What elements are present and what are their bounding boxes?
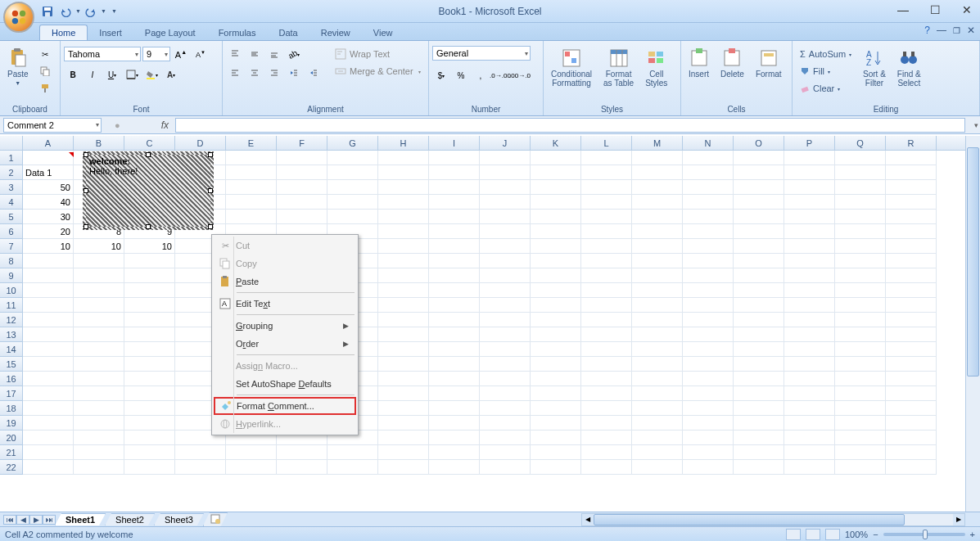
row-header[interactable]: 16 xyxy=(0,372,23,386)
cell[interactable] xyxy=(734,357,784,372)
cell[interactable] xyxy=(581,327,632,342)
cell[interactable] xyxy=(886,210,937,224)
cell[interactable] xyxy=(378,239,429,254)
row-header[interactable]: 12 xyxy=(0,313,23,327)
cell[interactable] xyxy=(581,210,632,224)
align-middle-button[interactable] xyxy=(246,46,264,62)
page-break-view-button[interactable] xyxy=(825,529,840,540)
cell[interactable] xyxy=(683,151,734,165)
cell[interactable] xyxy=(74,313,124,327)
column-header[interactable]: Q xyxy=(835,136,886,150)
number-format-combo[interactable]: General xyxy=(432,46,531,61)
page-layout-view-button[interactable] xyxy=(806,529,820,540)
row-header[interactable]: 18 xyxy=(0,401,23,416)
cell[interactable] xyxy=(124,298,175,313)
cell[interactable] xyxy=(683,298,734,313)
cell[interactable] xyxy=(124,327,175,342)
cell[interactable] xyxy=(429,431,480,445)
minimize-button[interactable]: — xyxy=(892,2,914,18)
cell[interactable] xyxy=(632,151,683,165)
merge-center-button[interactable]: Merge & Center▾ xyxy=(331,63,425,79)
cell[interactable] xyxy=(886,268,937,283)
cell[interactable] xyxy=(429,224,480,239)
cell[interactable] xyxy=(734,372,784,386)
cell[interactable] xyxy=(480,180,531,195)
cell[interactable] xyxy=(683,460,734,475)
cell[interactable] xyxy=(581,342,632,357)
cell[interactable] xyxy=(378,416,429,431)
row-header[interactable]: 22 xyxy=(0,460,23,475)
cell[interactable] xyxy=(277,180,327,195)
cell[interactable] xyxy=(429,357,480,372)
cell[interactable] xyxy=(581,224,632,239)
cell[interactable] xyxy=(581,386,632,401)
redo-dropdown-icon[interactable]: ▼ xyxy=(101,8,106,14)
comma-button[interactable]: , xyxy=(472,67,490,83)
row-header[interactable]: 9 xyxy=(0,268,23,283)
cell[interactable] xyxy=(74,401,124,416)
cell[interactable] xyxy=(429,254,480,268)
cell[interactable] xyxy=(531,431,581,445)
undo-dropdown-icon[interactable]: ▼ xyxy=(75,8,81,14)
cell[interactable] xyxy=(277,460,327,475)
cell[interactable] xyxy=(734,416,784,431)
sort-filter-button[interactable]: AZSort & Filter xyxy=(859,46,890,90)
cell[interactable] xyxy=(581,151,632,165)
cell[interactable] xyxy=(581,357,632,372)
currency-button[interactable]: $▾ xyxy=(432,67,450,83)
sheet-nav-next[interactable]: ▶ xyxy=(29,515,43,525)
cell[interactable] xyxy=(581,268,632,283)
column-header[interactable]: B xyxy=(74,136,124,150)
cell[interactable] xyxy=(480,386,531,401)
column-header[interactable]: N xyxy=(683,136,734,150)
cell[interactable] xyxy=(784,210,835,224)
cell[interactable] xyxy=(835,268,886,283)
cell[interactable] xyxy=(531,195,581,210)
cell[interactable] xyxy=(480,283,531,298)
cell[interactable] xyxy=(632,357,683,372)
italic-button[interactable]: I xyxy=(84,66,102,83)
cell[interactable] xyxy=(734,195,784,210)
cell[interactable] xyxy=(175,460,226,475)
align-left-button[interactable] xyxy=(226,65,244,81)
cell[interactable] xyxy=(886,298,937,313)
cell[interactable] xyxy=(429,195,480,210)
undo-button[interactable] xyxy=(57,3,74,20)
cell[interactable] xyxy=(581,401,632,416)
cell[interactable] xyxy=(683,357,734,372)
cell-styles-button[interactable]: Cell Styles xyxy=(641,46,671,90)
cell[interactable] xyxy=(581,372,632,386)
cell[interactable]: 30 xyxy=(23,210,74,224)
tab-home[interactable]: Home xyxy=(39,25,88,40)
cell[interactable] xyxy=(378,298,429,313)
cell[interactable] xyxy=(835,239,886,254)
cell[interactable] xyxy=(734,327,784,342)
cell[interactable] xyxy=(480,239,531,254)
cell[interactable] xyxy=(886,283,937,298)
column-header[interactable]: L xyxy=(581,136,632,150)
cell[interactable] xyxy=(124,431,175,445)
cell[interactable] xyxy=(429,445,480,460)
cell[interactable] xyxy=(429,460,480,475)
cell[interactable] xyxy=(886,460,937,475)
zoom-out-button[interactable]: − xyxy=(873,530,878,539)
cell[interactable] xyxy=(531,239,581,254)
cell[interactable] xyxy=(226,195,277,210)
cell[interactable] xyxy=(632,165,683,180)
ctx-copy[interactable]: Copy xyxy=(214,255,356,273)
close-button[interactable]: ✕ xyxy=(957,2,977,18)
cell[interactable] xyxy=(683,401,734,416)
cell[interactable] xyxy=(632,327,683,342)
cell[interactable] xyxy=(327,210,378,224)
tab-data[interactable]: Data xyxy=(267,25,309,40)
row-header[interactable]: 20 xyxy=(0,431,23,445)
cell[interactable] xyxy=(429,313,480,327)
cell[interactable] xyxy=(378,283,429,298)
cell[interactable] xyxy=(74,254,124,268)
cell[interactable] xyxy=(734,460,784,475)
cell[interactable] xyxy=(734,431,784,445)
cell[interactable] xyxy=(835,357,886,372)
cell[interactable] xyxy=(23,431,74,445)
cell[interactable] xyxy=(886,195,937,210)
column-header[interactable]: F xyxy=(277,136,327,150)
